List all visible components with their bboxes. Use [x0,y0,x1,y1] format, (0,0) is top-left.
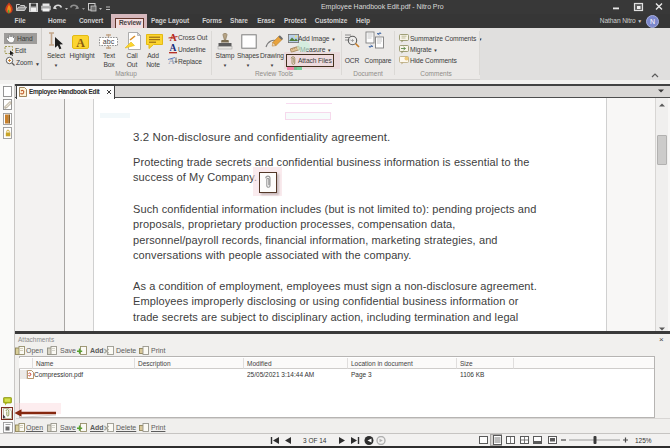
svg-text:A: A [168,56,175,66]
svg-text:abc: abc [103,38,115,45]
svg-text:A: A [170,43,177,53]
svg-text:N: N [650,18,655,25]
svg-text:A: A [76,36,85,50]
